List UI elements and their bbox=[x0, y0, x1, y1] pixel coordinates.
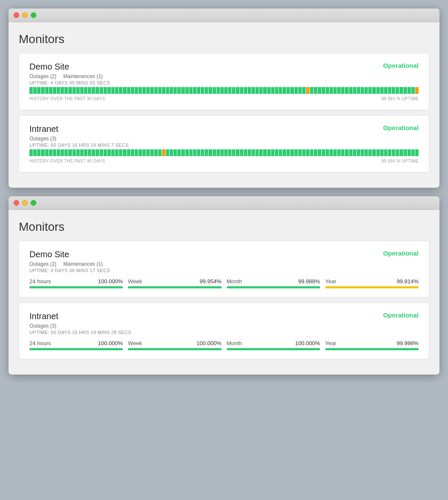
uptime-label-intranet-1: UPTIME: 60 DAYS 16 HRS 19 MINS 7 SECS bbox=[29, 142, 419, 148]
stat-24h-intranet-2: 24 hours 100.000% bbox=[29, 340, 123, 350]
bar-segment bbox=[119, 149, 122, 156]
bar-segment bbox=[376, 149, 380, 156]
bar-segment bbox=[248, 149, 251, 156]
bar-segment bbox=[240, 87, 243, 94]
bar-segment bbox=[361, 87, 364, 94]
bar-segment bbox=[193, 149, 197, 156]
bar-segment bbox=[384, 87, 387, 94]
bar-segment bbox=[92, 87, 95, 94]
outages-label-intranet-1: Outages (3) bbox=[29, 136, 56, 142]
monitor-header-intranet-2: Intranet Operational bbox=[29, 311, 419, 321]
bar-segment bbox=[259, 149, 263, 156]
uptime-pct-demo-1: 99.993 % UPTIME bbox=[382, 96, 419, 101]
bar-segment bbox=[208, 87, 212, 94]
bar-segment bbox=[154, 149, 158, 156]
monitor-meta-demo-2: Outages (2) Maintenances (1) bbox=[29, 261, 419, 267]
bar-segment bbox=[408, 149, 411, 156]
bar-segment bbox=[322, 149, 325, 156]
bar-segment bbox=[181, 87, 185, 94]
stat-header-month-demo-2: Month 99.988% bbox=[227, 278, 320, 285]
close-button[interactable] bbox=[14, 12, 19, 18]
bar-segment bbox=[399, 87, 403, 94]
bar-segment bbox=[72, 149, 76, 156]
bar-segment bbox=[201, 87, 204, 94]
bar-segment bbox=[404, 87, 407, 94]
monitor-card-demo-1: Demo Site Operational Outages (2) Mainte… bbox=[19, 53, 429, 110]
bar-segment bbox=[399, 149, 403, 156]
maintenances-label-demo-1: Maintenances (1) bbox=[63, 73, 103, 79]
bar-segment bbox=[142, 149, 146, 156]
bar-segment bbox=[310, 87, 313, 94]
bar-segment bbox=[119, 87, 122, 94]
bar-segment bbox=[306, 149, 309, 156]
monitor-card-intranet-2: Intranet Operational Outages (3) UPTIME:… bbox=[19, 302, 429, 359]
bar-segment bbox=[64, 149, 68, 156]
bar-segment bbox=[104, 149, 107, 156]
window-1: Monitors Demo Site Operational Outages (… bbox=[9, 9, 439, 188]
stat-year-intranet-2: Year 99.998% bbox=[325, 340, 419, 350]
bar-segment bbox=[244, 149, 247, 156]
bar-segment bbox=[372, 149, 376, 156]
bar-segment bbox=[283, 149, 286, 156]
bar-segment bbox=[197, 87, 200, 94]
history-footer-intranet-1: HISTORY OVER THE PAST 90 DAYS 99.994 % U… bbox=[29, 159, 419, 163]
bar-segment bbox=[45, 87, 49, 94]
stat-header-24h-intranet-2: 24 hours 100.000% bbox=[29, 340, 123, 346]
stat-value-week-demo-2: 99.954% bbox=[199, 278, 221, 285]
bar-segment bbox=[139, 149, 142, 156]
uptime-label-intranet-2: UPTIME: 60 DAYS 16 HRS 19 MINS 28 SECS bbox=[29, 330, 419, 335]
bar-segment bbox=[146, 87, 150, 94]
bar-segment bbox=[251, 87, 255, 94]
minimize-button[interactable] bbox=[22, 12, 28, 18]
bar-segment bbox=[150, 149, 153, 156]
bar-segment bbox=[201, 149, 204, 156]
minimize-button-2[interactable] bbox=[22, 200, 28, 206]
bar-segment bbox=[205, 87, 208, 94]
bar-segment bbox=[224, 87, 228, 94]
bar-segment bbox=[220, 149, 224, 156]
stat-value-month-intranet-2: 100.000% bbox=[295, 340, 320, 346]
bar-segment bbox=[49, 87, 52, 94]
bar-segment bbox=[236, 87, 239, 94]
bar-segment bbox=[318, 149, 321, 156]
bar-segment bbox=[53, 87, 56, 94]
bar-segment bbox=[68, 149, 72, 156]
bar-segment bbox=[372, 87, 376, 94]
bar-segment bbox=[326, 149, 329, 156]
bar-segment bbox=[162, 87, 165, 94]
bar-segment bbox=[205, 149, 208, 156]
maximize-button-2[interactable] bbox=[31, 200, 36, 206]
stat-bar-month-intranet-2 bbox=[227, 348, 320, 350]
bar-segment bbox=[314, 87, 317, 94]
close-button-2[interactable] bbox=[14, 200, 19, 206]
history-label-demo-1: HISTORY OVER THE PAST 90 DAYS bbox=[29, 96, 105, 101]
uptime-label-demo-2: UPTIME: 4 DAYS 46 MINS 17 SECS bbox=[29, 268, 419, 273]
bar-segment bbox=[341, 149, 344, 156]
stat-value-week-intranet-2: 100.000% bbox=[197, 340, 222, 346]
monitor-name-intranet-2: Intranet bbox=[29, 311, 58, 321]
stat-period-week-intranet-2: Week bbox=[128, 340, 142, 346]
bar-segment bbox=[357, 87, 360, 94]
bar-segment bbox=[248, 87, 251, 94]
bar-segment bbox=[154, 87, 158, 94]
page-title-1: Monitors bbox=[19, 32, 429, 46]
bar-segment bbox=[127, 149, 130, 156]
bar-segment bbox=[135, 149, 138, 156]
bar-segment bbox=[41, 87, 44, 94]
maximize-button[interactable] bbox=[31, 12, 36, 18]
bar-segment bbox=[295, 87, 298, 94]
bar-segment bbox=[298, 87, 302, 94]
status-badge-demo-1: Operational bbox=[383, 62, 419, 69]
stat-period-month-intranet-2: Month bbox=[227, 340, 242, 346]
bar-segment bbox=[177, 149, 181, 156]
bar-segment bbox=[127, 87, 130, 94]
history-footer-demo-1: HISTORY OVER THE PAST 90 DAYS 99.993 % U… bbox=[29, 96, 419, 101]
bar-segment bbox=[162, 149, 165, 156]
bar-segment bbox=[115, 87, 119, 94]
bar-segment bbox=[37, 87, 40, 94]
bar-segment bbox=[68, 87, 72, 94]
titlebar-2 bbox=[9, 196, 439, 210]
bar-segment bbox=[329, 149, 333, 156]
bar-segment bbox=[61, 87, 64, 94]
stat-bar-year-demo-2 bbox=[325, 286, 419, 288]
